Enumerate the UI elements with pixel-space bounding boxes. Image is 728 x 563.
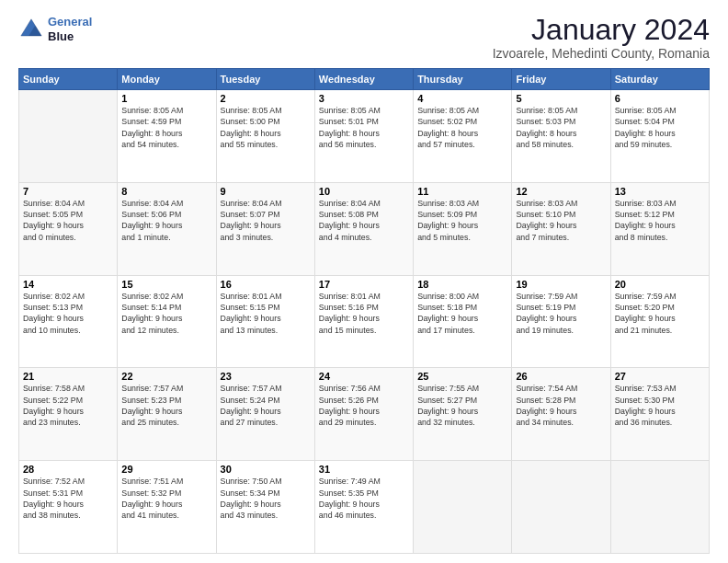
calendar-cell: 29Sunrise: 7:51 AM Sunset: 5:32 PM Dayli… (118, 461, 216, 554)
logo: General Blue (18, 15, 92, 43)
day-number: 24 (319, 371, 409, 382)
day-number: 15 (121, 279, 211, 290)
day-number: 8 (121, 186, 211, 197)
day-number: 3 (319, 93, 409, 104)
calendar-cell: 26Sunrise: 7:54 AM Sunset: 5:28 PM Dayli… (512, 368, 610, 461)
calendar-cell: 15Sunrise: 8:02 AM Sunset: 5:14 PM Dayli… (118, 275, 216, 368)
day-number: 12 (516, 186, 606, 197)
calendar-cell: 31Sunrise: 7:49 AM Sunset: 5:35 PM Dayli… (314, 461, 413, 554)
day-info: Sunrise: 8:03 AM Sunset: 5:12 PM Dayligh… (615, 198, 705, 243)
calendar-cell: 11Sunrise: 8:03 AM Sunset: 5:09 PM Dayli… (414, 182, 512, 275)
calendar-cell: 27Sunrise: 7:53 AM Sunset: 5:30 PM Dayli… (610, 368, 709, 461)
day-number: 16 (221, 279, 311, 290)
day-info: Sunrise: 7:58 AM Sunset: 5:22 PM Dayligh… (23, 383, 113, 428)
calendar-cell: 21Sunrise: 7:58 AM Sunset: 5:22 PM Dayli… (19, 368, 118, 461)
day-number: 6 (615, 93, 705, 104)
day-info: Sunrise: 8:03 AM Sunset: 5:10 PM Dayligh… (516, 198, 606, 243)
calendar-cell: 25Sunrise: 7:55 AM Sunset: 5:27 PM Dayli… (414, 368, 512, 461)
day-number: 17 (319, 279, 409, 290)
day-info: Sunrise: 7:59 AM Sunset: 5:19 PM Dayligh… (516, 291, 606, 336)
calendar-week-3: 14Sunrise: 8:02 AM Sunset: 5:13 PM Dayli… (19, 275, 710, 368)
day-info: Sunrise: 8:05 AM Sunset: 5:04 PM Dayligh… (615, 105, 705, 150)
calendar-cell: 18Sunrise: 8:00 AM Sunset: 5:18 PM Dayli… (414, 275, 512, 368)
header: General Blue January 2024 Izvoarele, Meh… (18, 15, 710, 61)
day-info: Sunrise: 7:49 AM Sunset: 5:35 PM Dayligh… (319, 476, 409, 521)
calendar-cell: 20Sunrise: 7:59 AM Sunset: 5:20 PM Dayli… (610, 275, 709, 368)
day-info: Sunrise: 8:05 AM Sunset: 5:03 PM Dayligh… (516, 105, 606, 150)
day-info: Sunrise: 8:00 AM Sunset: 5:18 PM Dayligh… (417, 291, 507, 336)
calendar-cell (19, 90, 118, 183)
day-number: 23 (221, 371, 311, 382)
day-info: Sunrise: 7:54 AM Sunset: 5:28 PM Dayligh… (516, 383, 606, 428)
day-info: Sunrise: 8:05 AM Sunset: 5:02 PM Dayligh… (417, 105, 507, 150)
day-number: 18 (417, 279, 507, 290)
day-number: 21 (23, 371, 113, 382)
calendar-cell (610, 461, 709, 554)
day-number: 20 (615, 279, 705, 290)
day-number: 26 (516, 371, 606, 382)
day-number: 22 (121, 371, 211, 382)
day-info: Sunrise: 7:59 AM Sunset: 5:20 PM Dayligh… (615, 291, 705, 336)
day-info: Sunrise: 8:01 AM Sunset: 5:15 PM Dayligh… (221, 291, 311, 336)
day-number: 13 (615, 186, 705, 197)
col-header-saturday: Saturday (610, 69, 709, 90)
calendar-week-5: 28Sunrise: 7:52 AM Sunset: 5:31 PM Dayli… (19, 461, 710, 554)
day-number: 1 (121, 93, 211, 104)
day-number: 9 (221, 186, 311, 197)
calendar-cell: 30Sunrise: 7:50 AM Sunset: 5:34 PM Dayli… (216, 461, 314, 554)
calendar-cell (414, 461, 512, 554)
day-number: 27 (615, 371, 705, 382)
calendar-cell: 9Sunrise: 8:04 AM Sunset: 5:07 PM Daylig… (216, 182, 314, 275)
col-header-monday: Monday (118, 69, 216, 90)
day-info: Sunrise: 8:04 AM Sunset: 5:05 PM Dayligh… (23, 198, 113, 243)
calendar-cell: 22Sunrise: 7:57 AM Sunset: 5:23 PM Dayli… (118, 368, 216, 461)
calendar-cell: 4Sunrise: 8:05 AM Sunset: 5:02 PM Daylig… (414, 90, 512, 183)
calendar-cell: 7Sunrise: 8:04 AM Sunset: 5:05 PM Daylig… (19, 182, 118, 275)
month-title: January 2024 (493, 15, 710, 44)
day-number: 2 (221, 93, 311, 104)
col-header-friday: Friday (512, 69, 610, 90)
day-number: 31 (319, 464, 409, 475)
calendar-cell: 8Sunrise: 8:04 AM Sunset: 5:06 PM Daylig… (118, 182, 216, 275)
day-number: 29 (121, 464, 211, 475)
col-header-thursday: Thursday (414, 69, 512, 90)
day-info: Sunrise: 8:04 AM Sunset: 5:07 PM Dayligh… (221, 198, 311, 243)
day-number: 10 (319, 186, 409, 197)
day-info: Sunrise: 8:05 AM Sunset: 5:01 PM Dayligh… (319, 105, 409, 150)
calendar-cell: 19Sunrise: 7:59 AM Sunset: 5:19 PM Dayli… (512, 275, 610, 368)
logo-text: General Blue (48, 15, 92, 43)
calendar-cell: 6Sunrise: 8:05 AM Sunset: 5:04 PM Daylig… (610, 90, 709, 183)
day-number: 11 (417, 186, 507, 197)
day-number: 4 (417, 93, 507, 104)
day-info: Sunrise: 7:56 AM Sunset: 5:26 PM Dayligh… (319, 383, 409, 428)
calendar-week-1: 1Sunrise: 8:05 AM Sunset: 4:59 PM Daylig… (19, 90, 710, 183)
day-number: 14 (23, 279, 113, 290)
calendar-cell: 3Sunrise: 8:05 AM Sunset: 5:01 PM Daylig… (314, 90, 413, 183)
col-header-sunday: Sunday (19, 69, 118, 90)
day-info: Sunrise: 7:57 AM Sunset: 5:23 PM Dayligh… (121, 383, 211, 428)
day-info: Sunrise: 8:05 AM Sunset: 5:00 PM Dayligh… (221, 105, 311, 150)
calendar-table: SundayMondayTuesdayWednesdayThursdayFrid… (18, 68, 710, 554)
calendar-cell: 12Sunrise: 8:03 AM Sunset: 5:10 PM Dayli… (512, 182, 610, 275)
calendar-week-2: 7Sunrise: 8:04 AM Sunset: 5:05 PM Daylig… (19, 182, 710, 275)
col-header-wednesday: Wednesday (314, 69, 413, 90)
calendar-cell: 5Sunrise: 8:05 AM Sunset: 5:03 PM Daylig… (512, 90, 610, 183)
day-number: 30 (221, 464, 311, 475)
calendar-cell: 23Sunrise: 7:57 AM Sunset: 5:24 PM Dayli… (216, 368, 314, 461)
day-info: Sunrise: 7:53 AM Sunset: 5:30 PM Dayligh… (615, 383, 705, 428)
calendar-header-row: SundayMondayTuesdayWednesdayThursdayFrid… (19, 69, 710, 90)
calendar-cell: 17Sunrise: 8:01 AM Sunset: 5:16 PM Dayli… (314, 275, 413, 368)
calendar-cell: 28Sunrise: 7:52 AM Sunset: 5:31 PM Dayli… (19, 461, 118, 554)
location: Izvoarele, Mehedinti County, Romania (493, 46, 710, 61)
title-block: January 2024 Izvoarele, Mehedinti County… (493, 15, 710, 61)
day-info: Sunrise: 7:55 AM Sunset: 5:27 PM Dayligh… (417, 383, 507, 428)
calendar-cell: 10Sunrise: 8:04 AM Sunset: 5:08 PM Dayli… (314, 182, 413, 275)
day-number: 7 (23, 186, 113, 197)
day-info: Sunrise: 8:04 AM Sunset: 5:06 PM Dayligh… (121, 198, 211, 243)
col-header-tuesday: Tuesday (216, 69, 314, 90)
calendar-cell: 13Sunrise: 8:03 AM Sunset: 5:12 PM Dayli… (610, 182, 709, 275)
day-info: Sunrise: 7:51 AM Sunset: 5:32 PM Dayligh… (121, 476, 211, 521)
day-info: Sunrise: 7:50 AM Sunset: 5:34 PM Dayligh… (221, 476, 311, 521)
day-number: 5 (516, 93, 606, 104)
day-info: Sunrise: 8:05 AM Sunset: 4:59 PM Dayligh… (121, 105, 211, 150)
